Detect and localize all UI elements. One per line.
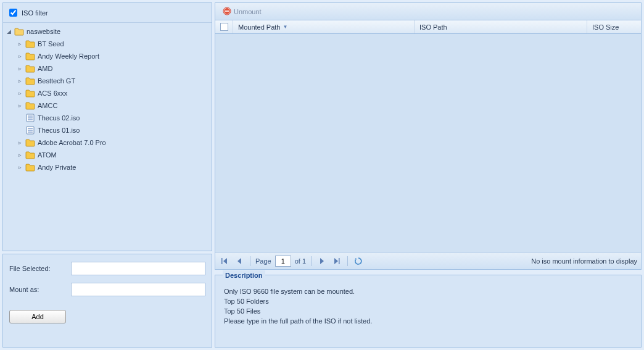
- mount-form-panel: File Selected: Mount as: Add: [2, 254, 212, 348]
- iso-file-icon: [25, 126, 35, 135]
- grid-toolbar: Unmount: [215, 3, 641, 20]
- tree-folder-item[interactable]: ▹AMD: [17, 62, 212, 75]
- tree-node-label: Thecus 02.iso: [38, 112, 80, 124]
- tree-folder-item[interactable]: ▹Andy Private: [17, 161, 212, 173]
- svg-rect-12: [339, 258, 340, 264]
- folder-icon: [25, 52, 35, 60]
- expand-toggle-icon[interactable]: ◢: [6, 28, 12, 35]
- description-line: Top 50 Files: [224, 306, 632, 316]
- tree-folder-item[interactable]: ▹Andy Weekly Report: [17, 50, 212, 62]
- expand-toggle-icon[interactable]: ▹: [17, 78, 23, 84]
- expand-toggle-icon[interactable]: ▹: [17, 53, 23, 59]
- column-iso-path-label: ISO Path: [419, 23, 447, 31]
- tree-node-label: ATOM: [38, 149, 57, 161]
- grid-header: Mounted Path ▼ ISO Path ISO Size: [215, 20, 641, 34]
- tree-folder-item[interactable]: ▹AMCC: [17, 99, 212, 112]
- file-selected-input[interactable]: [71, 262, 205, 275]
- tree-node-label: naswebsite: [27, 25, 60, 38]
- folder-icon: [25, 64, 35, 73]
- page-label: Page: [255, 257, 271, 265]
- page-of-label: of 1: [295, 257, 306, 265]
- tree-folder-item[interactable]: ▹ACS 6xxx: [17, 87, 212, 99]
- description-panel: Description Only ISO 9660 file system ca…: [215, 275, 642, 348]
- tree-file-item[interactable]: Thecus 02.iso: [17, 112, 212, 124]
- folder-icon: [25, 101, 35, 110]
- tree-node-label: Besttech GT: [38, 75, 75, 87]
- file-selected-label: File Selected:: [9, 265, 71, 272]
- tree-node-label: AMCC: [38, 99, 57, 112]
- expand-toggle-icon[interactable]: ▹: [17, 41, 23, 47]
- tree-node-label: Thecus 01.iso: [38, 124, 80, 136]
- folder-open-icon: [14, 27, 24, 36]
- add-button[interactable]: Add: [9, 310, 66, 323]
- tree-folder-item[interactable]: ▹ATOM: [17, 149, 212, 161]
- grid-empty-text: No iso mount information to display: [531, 257, 637, 265]
- expand-toggle-icon[interactable]: ▹: [17, 164, 23, 170]
- svg-rect-11: [221, 258, 223, 264]
- folder-icon: [25, 40, 35, 48]
- tree-node-label: Andy Private: [38, 161, 76, 173]
- next-page-button[interactable]: [316, 256, 328, 267]
- mount-as-label: Mount as:: [9, 286, 71, 293]
- iso-tree-panel: ISO filter ◢naswebsite▹BT Seed▹Andy Week…: [2, 2, 212, 251]
- iso-file-icon: [25, 114, 35, 122]
- mounts-grid-panel: Unmount Mounted Path ▼ ISO Path ISO Size: [215, 2, 642, 270]
- grid-body: [215, 34, 641, 252]
- mount-as-input[interactable]: [71, 283, 205, 296]
- folder-icon: [25, 138, 35, 147]
- last-page-button[interactable]: [331, 256, 342, 267]
- description-line: Please type in the full path of the ISO …: [224, 316, 632, 326]
- column-iso-path[interactable]: ISO Path: [414, 20, 587, 33]
- sort-asc-icon: ▼: [283, 24, 288, 30]
- column-mounted-path[interactable]: Mounted Path ▼: [233, 20, 414, 33]
- folder-icon: [25, 151, 35, 159]
- folder-icon: [25, 89, 35, 98]
- column-iso-size[interactable]: ISO Size: [587, 20, 641, 33]
- prev-page-button[interactable]: [234, 256, 245, 267]
- expand-toggle-icon[interactable]: ▹: [17, 140, 23, 146]
- unmount-icon: [223, 7, 231, 17]
- expand-toggle-icon[interactable]: ▹: [17, 65, 23, 72]
- tree-node-label: BT Seed: [38, 38, 64, 50]
- folder-icon: [25, 163, 35, 172]
- unmount-label: Unmount: [234, 8, 262, 15]
- grid-paging-toolbar: Page of 1 No iso mount information to di…: [215, 252, 641, 269]
- description-line: Top 50 Folders: [224, 296, 632, 306]
- column-mounted-path-label: Mounted Path: [238, 23, 281, 31]
- iso-filter-checkbox[interactable]: [9, 9, 17, 17]
- tree-node-label: ACS 6xxx: [38, 87, 67, 99]
- refresh-button[interactable]: [353, 256, 364, 267]
- iso-filter-label: ISO filter: [22, 9, 48, 17]
- tree-node-label: Andy Weekly Report: [38, 50, 99, 62]
- tree-node-label: Adobe Acrobat 7.0 Pro: [38, 136, 106, 149]
- tree-node-label: AMD: [38, 62, 52, 75]
- tree-folder-root[interactable]: ◢naswebsite: [6, 25, 212, 38]
- expand-toggle-icon[interactable]: ▹: [17, 102, 23, 109]
- description-line: Only ISO 9660 file system can be mounted…: [224, 286, 632, 296]
- page-input[interactable]: [275, 256, 291, 267]
- iso-filter-row: ISO filter: [3, 6, 212, 23]
- description-title: Description: [223, 270, 265, 280]
- select-all-checkbox[interactable]: [220, 23, 228, 31]
- tree-folder-item[interactable]: ▹Besttech GT: [17, 75, 212, 87]
- expand-toggle-icon[interactable]: ▹: [17, 152, 23, 158]
- svg-rect-10: [225, 10, 229, 12]
- tree-file-item[interactable]: Thecus 01.iso: [17, 124, 212, 136]
- unmount-button[interactable]: Unmount: [219, 6, 265, 18]
- tree-folder-item[interactable]: ▹Adobe Acrobat 7.0 Pro: [17, 136, 212, 149]
- first-page-button[interactable]: [219, 256, 230, 267]
- expand-toggle-icon[interactable]: ▹: [17, 90, 23, 96]
- tree-folder-item[interactable]: ▹BT Seed: [17, 38, 212, 50]
- column-iso-size-label: ISO Size: [592, 23, 619, 31]
- folder-icon: [25, 77, 35, 85]
